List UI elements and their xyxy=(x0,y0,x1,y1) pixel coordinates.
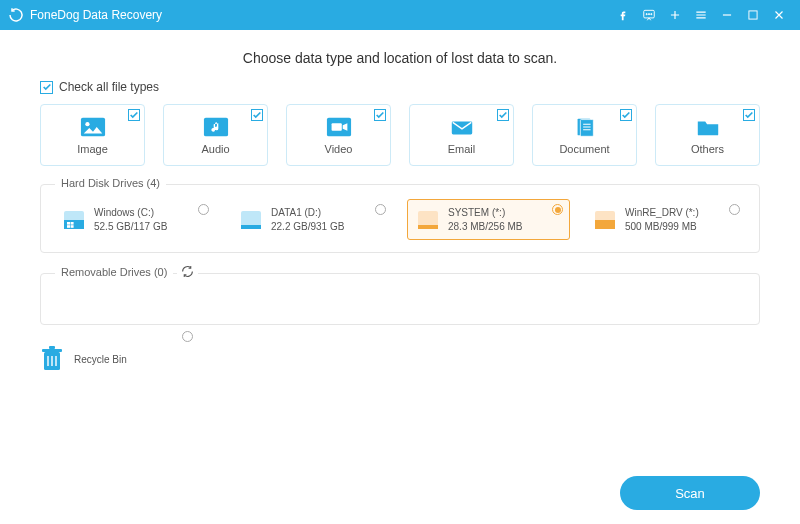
drive-icon xyxy=(416,208,440,232)
drive-item-c[interactable]: Windows (C:)52.5 GB/117 GB xyxy=(53,199,216,240)
page-title: Choose data type and location of lost da… xyxy=(40,50,760,66)
close-button[interactable] xyxy=(766,0,792,30)
app-title: FoneDog Data Recovery xyxy=(30,8,610,22)
audio-icon xyxy=(203,116,229,138)
drive-name: SYSTEM (*:) xyxy=(448,206,522,220)
checkbox-icon xyxy=(620,109,632,121)
drive-size: 52.5 GB/117 GB xyxy=(94,220,167,234)
recycle-bin-icon xyxy=(40,345,64,373)
svg-rect-16 xyxy=(71,222,74,225)
type-card-video[interactable]: Video xyxy=(286,104,391,166)
drive-item-winre[interactable]: WinRE_DRV (*:)500 MB/999 MB xyxy=(584,199,747,240)
titlebar: FoneDog Data Recovery xyxy=(0,0,800,30)
image-icon xyxy=(80,116,106,138)
radio-icon xyxy=(198,204,209,215)
checkbox-icon xyxy=(40,81,53,94)
drive-windows-icon xyxy=(62,208,86,232)
checkbox-icon xyxy=(374,109,386,121)
drive-item-d[interactable]: DATA1 (D:)22.2 GB/931 GB xyxy=(230,199,393,240)
drive-icon xyxy=(239,208,263,232)
radio-icon xyxy=(182,331,193,342)
minimize-button[interactable] xyxy=(714,0,740,30)
checkbox-icon xyxy=(128,109,140,121)
svg-rect-17 xyxy=(67,225,70,228)
drive-icon xyxy=(593,208,617,232)
radio-icon xyxy=(375,204,386,215)
svg-point-3 xyxy=(651,14,652,15)
feedback-icon[interactable] xyxy=(636,0,662,30)
section-title: Hard Disk Drives (4) xyxy=(55,177,166,189)
drive-size: 28.3 MB/256 MB xyxy=(448,220,522,234)
maximize-button[interactable] xyxy=(740,0,766,30)
hard-drives-section: Hard Disk Drives (4) Windows (C:)52.5 GB… xyxy=(40,184,760,253)
svg-point-1 xyxy=(646,14,647,15)
document-icon xyxy=(572,116,598,138)
radio-icon xyxy=(729,204,740,215)
drive-name: Windows (C:) xyxy=(94,206,167,220)
svg-rect-4 xyxy=(749,11,757,19)
type-card-email[interactable]: Email xyxy=(409,104,514,166)
svg-rect-22 xyxy=(418,225,438,229)
menu-icon[interactable] xyxy=(688,0,714,30)
drive-name: DATA1 (D:) xyxy=(271,206,344,220)
add-icon[interactable] xyxy=(662,0,688,30)
svg-rect-20 xyxy=(241,225,261,229)
svg-rect-15 xyxy=(67,222,70,225)
section-title: Removable Drives (0) xyxy=(55,266,173,278)
svg-point-2 xyxy=(648,14,649,15)
checkbox-icon xyxy=(497,109,509,121)
drive-item-system[interactable]: SYSTEM (*:)28.3 MB/256 MB xyxy=(407,199,570,240)
refresh-button[interactable] xyxy=(177,264,198,282)
check-all-toggle[interactable]: Check all file types xyxy=(40,80,760,94)
type-card-image[interactable]: Image xyxy=(40,104,145,166)
recycle-bin-label: Recycle Bin xyxy=(74,354,127,365)
type-card-others[interactable]: Others xyxy=(655,104,760,166)
svg-point-6 xyxy=(85,122,89,126)
share-facebook-icon[interactable] xyxy=(610,0,636,30)
svg-rect-27 xyxy=(49,346,55,349)
file-types-row: Image Audio Video Email Document Others xyxy=(40,104,760,166)
drive-name: WinRE_DRV (*:) xyxy=(625,206,699,220)
check-all-label: Check all file types xyxy=(59,80,159,94)
type-label: Image xyxy=(77,143,108,155)
svg-rect-18 xyxy=(71,225,74,228)
type-label: Audio xyxy=(201,143,229,155)
svg-rect-9 xyxy=(331,123,341,130)
email-icon xyxy=(449,116,475,138)
recycle-bin-item[interactable]: Recycle Bin xyxy=(40,345,198,373)
type-label: Document xyxy=(559,143,609,155)
svg-rect-24 xyxy=(595,220,615,229)
scan-button[interactable]: Scan xyxy=(620,476,760,510)
app-logo-icon xyxy=(8,7,24,23)
removable-drives-section: Removable Drives (0) xyxy=(40,273,760,325)
checkbox-icon xyxy=(251,109,263,121)
type-label: Email xyxy=(448,143,476,155)
type-card-audio[interactable]: Audio xyxy=(163,104,268,166)
type-card-document[interactable]: Document xyxy=(532,104,637,166)
svg-rect-26 xyxy=(42,349,62,352)
radio-icon xyxy=(552,204,563,215)
drive-size: 500 MB/999 MB xyxy=(625,220,699,234)
type-label: Video xyxy=(325,143,353,155)
checkbox-icon xyxy=(743,109,755,121)
svg-rect-12 xyxy=(580,119,593,136)
video-icon xyxy=(326,116,352,138)
folder-icon xyxy=(695,116,721,138)
drive-size: 22.2 GB/931 GB xyxy=(271,220,344,234)
type-label: Others xyxy=(691,143,724,155)
